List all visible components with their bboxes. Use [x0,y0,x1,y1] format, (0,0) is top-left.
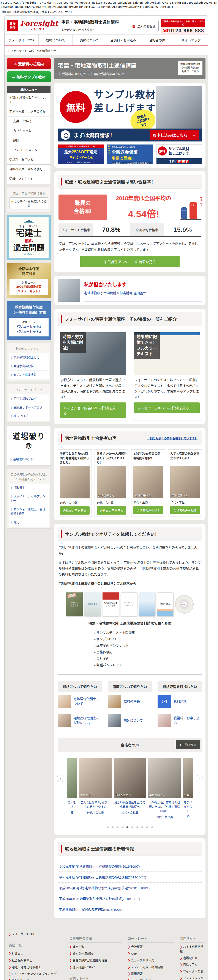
survey-results-button[interactable]: ❯ 受講生アンケートの結果を見る [80,256,180,267]
instructor-link[interactable]: 宅地建物取引士通信講座担当講師 窪田義幸 [84,291,202,295]
testimonial-button[interactable]: 合格者の声を見る [97,506,126,515]
testimonial-button[interactable]: 合格者の声を見る [134,506,163,514]
other-contents-link[interactable]: 宅地建物取引士とは [10,353,48,362]
voices-list-button[interactable]: ❯ 一覧を見る [176,740,200,749]
course-menu-item[interactable]: 宅地建物取引士講座の特長 [7,107,51,117]
explore-link-row[interactable]: 教材の特長 [108,692,152,711]
carousel-slide[interactable]: 中村 紘子さん こんなに簡単?と思うくらい分かりやすい 30代・会社員 [79,758,111,819]
dojo-link[interactable]: 道場破り®とは？ [9,455,48,464]
course-menu-item[interactable]: 合格者の声・合格体験記 [7,165,51,174]
education-benefit-banner[interactable]: 教育訓練給付制度 （一般教育訓練）対象 対象コース バリューセット1 バリューセ… [7,301,51,340]
carousel-dot[interactable] [132,826,134,828]
footer-top-link[interactable]: フォーサイトTOP [9,931,64,937]
explore-link-row[interactable]: 受講料・お申し込み [158,711,202,730]
course-menu-item[interactable]: 受講料・お申込み [7,155,51,165]
free-sample-button[interactable]: ➜無料サンプル教材 [7,72,51,83]
carousel-slide-partial[interactable]: 小島 一 モチベ ながら で 30 [183,758,193,819]
footer-corporate-link[interactable]: サイト利用規約 [128,977,174,980]
related-course-link[interactable]: ファイナンシャルプランナー [10,492,48,505]
course-menu-item[interactable]: 受講生アンケート [7,174,51,184]
course-menu-item[interactable]: 宅建(宅地建物取引士)について [7,93,51,107]
course-menu-subitem[interactable]: 講師 [7,136,51,146]
news-link[interactable]: 平成30年度 宅建( 宅地建物取引士)試験の解答速報(2018/10/21) [57,883,202,893]
carousel-dot[interactable] [116,826,118,828]
other-contents-link[interactable]: 実務家密着取材 [10,362,48,371]
carousel-slide[interactable]: 岩崎 智之さん 細かい勉強計画を立てて宅建資格取得へ 30代・会社員 [114,758,146,819]
breadcrumb-home[interactable]: フォーサイトTOP [10,49,33,52]
footer-related-link[interactable]: ツイッター公式 [180,968,204,975]
more-testimonials-link[interactable]: →他にも多くの方が合格されています！ [147,436,197,440]
nav-item[interactable]: 合格者の声 [140,35,174,46]
fullcolor-detail-button[interactable]: フルカラーテキストの詳細を見る→ [134,402,200,413]
footer-corporate-link[interactable]: 採用情報 [128,971,174,977]
carousel-dot[interactable] [146,826,148,828]
sample-banner[interactable]: 無料 サンプル教材 差し上げます まずは資料請求 [156,145,202,164]
refund-banner[interactable]: START 不合格なら受講料を全額返金! 全額返金保証 宅建で開始!! 宅地建物… [107,145,153,164]
footer-feature-link[interactable]: 優秀な一流講師 [69,950,122,957]
footer-corporate-link[interactable]: ニュースリリース [128,957,174,964]
past-questions-banner[interactable]: フォーサイト 宅建士 無料 過去問題 studying! [7,215,51,261]
nav-item[interactable]: サイトマップ [174,35,208,46]
carousel-dot-active[interactable] [126,826,129,828]
explore-link-row[interactable]: 宅地建物取引士の試験について [57,711,102,730]
course-menu-subitem[interactable]: カリキュラム [7,126,51,136]
nav-item[interactable]: フォーサイトTOP [5,35,38,46]
other-contents-link[interactable]: メディア出演情報 [10,371,48,379]
footer-course-link[interactable]: 宅建・宅地建物取引士 [9,964,64,970]
footer-course-link[interactable]: 簿記2級・3級 [9,977,64,980]
footer-related-link[interactable]: 資格女子® [180,961,204,968]
explore-link-row[interactable]: 宅地建物取引士について [57,692,102,711]
footer-course-link[interactable]: 行政書士 [9,950,64,957]
sidebar-blog-link[interactable]: 宅建士講師ブログ [10,395,48,403]
carousel-slide[interactable]: 奥村 綱大さん 【60歳男性】定年後の目標のために「宅建」資格取得へ 60代・会… [148,758,181,819]
testimonial-button[interactable]: 合格者の声を見る [60,506,89,515]
corporate-customers-button[interactable]: ▤ 法人のお客様 [129,21,159,31]
carousel-dot[interactable] [142,826,143,828]
news-link[interactable]: 令和元年度 宅地建物取引士資格試験の解答速報(2019/10/07) [57,872,202,883]
footer-related-link[interactable]: フェイスブック公式 [180,975,204,980]
carousel-dot[interactable] [121,826,124,828]
related-course-link[interactable]: 行政書士 [10,484,48,492]
news-link[interactable]: 令和元年度 宅地建物取引士資格試験の講評(2019/10/07) [57,861,202,872]
nav-item[interactable]: 講師について [72,35,106,46]
footer-related-link[interactable]: おすすめ資格情報 [180,944,204,955]
news-link[interactable]: 宅地建物取引士試験の解答速報(2018/10/21) [57,904,202,915]
carousel-dot[interactable] [111,826,113,828]
footer-feature-link[interactable]: 良質な講座が低価格な理由 [69,957,122,964]
bookmark-button[interactable]: ★このサイトをお気に入り登録 [9,197,48,209]
footer-course-link[interactable]: FP（ファイナンシャルプランナー） [9,971,64,977]
news-link[interactable]: 平成30年度 宅地建物取引士資格試験の講評(2018/10/21) [57,893,202,904]
carousel-dot[interactable] [137,826,138,828]
course-menu-subitem[interactable]: フォローシステム [7,145,51,155]
nav-item[interactable]: 教材について [38,35,72,46]
carousel-dot[interactable] [107,826,108,828]
dvd-detail-button[interactable]: ハイビジョン講義DVDの詳細を見る→ [60,402,126,418]
sidebar-blog-link[interactable]: 受験生サポートブログ [10,403,48,412]
campaign-banner[interactable]: 対象講座のセット価格から更にお得! 最大25%OFF還元 キャンペーン!! キャ… [58,145,103,164]
fee-guide-button[interactable]: ➜受講料のご案内 [7,58,51,69]
footer-feature-link[interactable]: 通信講座について [69,964,122,970]
footer-corporate-link[interactable]: 会社概要 [128,944,174,950]
related-course-link[interactable]: マンション管理士・管理業務主任者 [10,505,48,518]
footer-related-link[interactable]: 道場破り® [180,955,204,961]
footer-feature-link[interactable]: 講座一覧 [69,944,122,950]
phone-block[interactable]: ご受講前のお問合せはこちら 受付：11~19時 ☎0120-966-883 [161,19,205,35]
carousel-slide-partial[interactable]: 分」を 格 員 [67,758,77,819]
explore-link-row[interactable]: ✉資料請求 [158,692,202,711]
carousel-dot[interactable] [151,826,153,828]
footer-course-link[interactable]: 社会保険労務士 [9,957,64,964]
footer-corporate-link[interactable]: メディア掲載・出演情報 [128,964,174,970]
carousel-prev-button[interactable]: ‹ [57,775,64,782]
footer-corporate-link[interactable]: CSR [128,950,174,957]
refund-guarantee-banner[interactable]: 全額返金保証 制度対象 対象コース 2020年度試験対策 バリューセット2 [7,263,51,298]
carousel-next-button[interactable]: › [196,775,203,782]
course-menu-subitem[interactable]: 充実した教材 [7,116,51,126]
apply-button[interactable]: お申し込みはこちら→ [150,130,199,140]
logo[interactable]: Foresight フォーサイト [20,20,58,30]
explore-link-row[interactable]: 講師について [108,711,152,730]
related-course-link[interactable]: 簿記 [10,518,48,527]
hero-banner[interactable]: 無料 サンプル教材差し上げます 講義も ご覧頂け ます サンプル教材（テキスト＆… [57,86,202,142]
nav-item[interactable]: 受講料・お申込み [106,35,140,46]
testimonial-button[interactable]: 合格者の声を見る [170,506,200,514]
sidebar-blog-link[interactable]: 社長ブログ [10,412,48,420]
